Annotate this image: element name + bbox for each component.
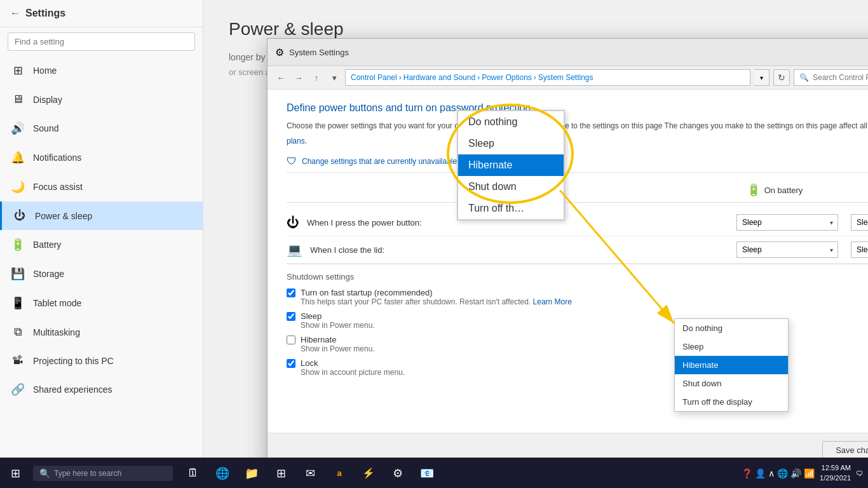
sidebar-item-storage[interactable]: 💾 Storage bbox=[0, 259, 203, 288]
fast-startup-item: Turn on fast startup (recommended) bbox=[287, 288, 868, 297]
sidebar-item-display[interactable]: 🖥 Display bbox=[0, 85, 203, 114]
sidebar-item-home[interactable]: ⊞ Home bbox=[0, 56, 203, 85]
chevron-tray[interactable]: ∧ bbox=[768, 468, 775, 478]
lid-plugged-dropdown[interactable]: Sleep Do nothing Hibernate Shut down Tur… bbox=[851, 241, 868, 258]
sidebar-item-power-sleep[interactable]: ⏻ Power & sleep bbox=[0, 201, 203, 230]
save-changes-button[interactable]: Save changes bbox=[822, 441, 868, 459]
network-icon[interactable]: 🌐 bbox=[777, 468, 788, 478]
settings-search-input[interactable] bbox=[8, 32, 195, 51]
tablet-icon: 📱 bbox=[10, 296, 25, 310]
refresh-button[interactable]: ↻ bbox=[773, 69, 790, 86]
admin-notice: 🛡 Change settings that are currently una… bbox=[287, 151, 868, 173]
dropdown-do-nothing[interactable]: Do nothing bbox=[675, 319, 788, 337]
fast-startup-checkbox[interactable] bbox=[287, 288, 295, 297]
sidebar-item-label: Sound bbox=[33, 123, 58, 133]
plans-link[interactable]: plans. bbox=[287, 137, 307, 146]
user-tray-icon[interactable]: 👤 bbox=[755, 468, 766, 478]
mini-option-hibernate[interactable]: Hibernate bbox=[458, 154, 564, 176]
define-desc: Choose the power settings that you want … bbox=[287, 120, 868, 132]
task-view-button[interactable]: 🗓 bbox=[179, 459, 207, 487]
power-options-link[interactable]: Power Options bbox=[482, 73, 532, 82]
sidebar-item-tablet-mode[interactable]: 📱 Tablet mode bbox=[0, 288, 203, 318]
sidebar-item-shared-experiences[interactable]: 🔗 Shared experiences bbox=[0, 375, 203, 404]
fast-startup-row: Turn on fast startup (recommended) This … bbox=[287, 288, 868, 306]
storage-icon: 💾 bbox=[10, 267, 25, 281]
system-settings-icon: ⚙ bbox=[275, 46, 284, 58]
mini-option-sleep[interactable]: Sleep bbox=[458, 133, 564, 154]
sidebar-item-projecting[interactable]: 📽 Projecting to this PC bbox=[0, 346, 203, 375]
on-battery-select[interactable]: Sleep Do nothing Hibernate Shut down Tur… bbox=[736, 214, 838, 231]
sleep-checkbox[interactable] bbox=[287, 312, 295, 321]
sidebar-item-focus-assist[interactable]: 🌙 Focus assist bbox=[0, 172, 203, 201]
change-settings-link[interactable]: Change settings that are currently unava… bbox=[302, 157, 457, 166]
lid-plugged-select[interactable]: Sleep Do nothing Hibernate Shut down Tur… bbox=[851, 241, 868, 258]
hardware-sound-link[interactable]: Hardware and Sound bbox=[403, 73, 475, 82]
shield-icon: 🛡 bbox=[287, 156, 297, 167]
display-icon: 🖥 bbox=[10, 93, 25, 106]
sidebar-item-battery[interactable]: 🔋 Battery bbox=[0, 230, 203, 259]
taskbar-right: ❓ 👤 ∧ 🌐 🔊 📶 12:59 AM 1/29/2021 🗨 bbox=[742, 463, 868, 483]
taskbar-icons: 🗓 🌐 📁 ⊞ ✉ a ⚡ ⚙ 📧 bbox=[179, 459, 441, 487]
lock-checkbox[interactable] bbox=[287, 359, 295, 368]
file-explorer-button[interactable]: 📁 bbox=[238, 459, 266, 487]
amazon-button[interactable]: a bbox=[325, 459, 353, 487]
lid-on-battery-dropdown[interactable]: Sleep Do nothing Hibernate Shut down Tur… bbox=[736, 241, 838, 258]
dropdown-shut-down[interactable]: Shut down bbox=[675, 374, 788, 393]
address-bar: ← → ↑ ▾ Control Panel › Hardware and Sou… bbox=[268, 66, 868, 90]
battery-col-icon: 🔋 bbox=[747, 183, 761, 197]
back-addr-button[interactable]: ← bbox=[274, 71, 288, 85]
dropdown-sleep[interactable]: Sleep bbox=[675, 337, 788, 356]
start-button[interactable]: ⊞ bbox=[0, 458, 31, 489]
lid-on-battery-select[interactable]: Sleep Do nothing Hibernate Shut down Tur… bbox=[736, 241, 838, 258]
taskbar-time[interactable]: 12:59 AM 1/29/2021 bbox=[820, 463, 851, 483]
taskbar: ⊞ 🔍 🗓 🌐 📁 ⊞ ✉ a ⚡ ⚙ 📧 ❓ 👤 ∧ 🌐 🔊 📶 12:59 … bbox=[0, 458, 868, 488]
dropdown-turn-off-display[interactable]: Turn off the display bbox=[675, 393, 788, 411]
shockwave-button[interactable]: ⚡ bbox=[355, 459, 383, 487]
outlook-button[interactable]: 📧 bbox=[413, 459, 441, 487]
volume-icon[interactable]: 🔊 bbox=[790, 468, 801, 478]
on-battery-dropdown[interactable]: Sleep Do nothing Hibernate Shut down Tur… bbox=[736, 214, 838, 231]
focus-assist-icon: 🌙 bbox=[10, 180, 25, 194]
control-panel-link[interactable]: Control Panel bbox=[351, 73, 397, 82]
notification-center-icon[interactable]: 🗨 bbox=[856, 470, 863, 477]
lock-label: Lock bbox=[301, 358, 318, 368]
forward-addr-button[interactable]: → bbox=[292, 71, 306, 85]
taskbar-search: 🔍 bbox=[33, 466, 173, 481]
search-taskbar-icon: 🔍 bbox=[39, 468, 50, 478]
dialog-title: System Settings bbox=[289, 48, 868, 57]
addr-dropdown-button[interactable]: ▾ bbox=[754, 69, 770, 86]
mini-option-shut-down[interactable]: Shut down bbox=[458, 176, 564, 198]
mini-option-turn-off[interactable]: Turn off th… bbox=[458, 198, 564, 219]
help-tray-icon[interactable]: ❓ bbox=[742, 468, 752, 478]
sidebar-item-sound[interactable]: 🔊 Sound bbox=[0, 114, 203, 143]
recent-locations-button[interactable]: ▾ bbox=[327, 71, 341, 85]
address-path[interactable]: Control Panel › Hardware and Sound › Pow… bbox=[345, 69, 750, 86]
plugged-in-select[interactable]: Sleep Do nothing Hibernate Shut down Tur… bbox=[851, 214, 868, 231]
settings-button[interactable]: ⚙ bbox=[384, 459, 412, 487]
up-addr-button[interactable]: ↑ bbox=[309, 71, 323, 85]
edge-button[interactable]: 🌐 bbox=[208, 459, 236, 487]
systray: ❓ 👤 ∧ 🌐 🔊 📶 bbox=[742, 468, 815, 478]
control-panel-search: 🔍 bbox=[794, 69, 868, 86]
power-button-row: ⏻ When I press the power button: Sleep D… bbox=[287, 209, 868, 236]
system-settings-dialog: ⚙ System Settings ─ □ ✕ ← → ↑ ▾ Control … bbox=[267, 38, 868, 468]
dropdown-hibernate[interactable]: Hibernate bbox=[675, 356, 788, 374]
store-button[interactable]: ⊞ bbox=[267, 459, 295, 487]
power-button-icon: ⏻ bbox=[287, 215, 299, 230]
taskbar-search-input[interactable] bbox=[54, 469, 166, 478]
plugged-in-dropdown[interactable]: Sleep Do nothing Hibernate Shut down Tur… bbox=[851, 214, 868, 231]
mini-option-do-nothing[interactable]: Do nothing bbox=[458, 111, 564, 133]
sidebar-item-label: Multitasking bbox=[33, 327, 80, 337]
search-input[interactable] bbox=[813, 73, 868, 82]
search-icon: 🔍 bbox=[799, 73, 809, 82]
sidebar-item-multitasking[interactable]: ⧉ Multitasking bbox=[0, 318, 203, 346]
sidebar-item-notifications[interactable]: 🔔 Notifications bbox=[0, 143, 203, 172]
sidebar-item-label: Tablet mode bbox=[33, 298, 81, 308]
wifi-icon[interactable]: 📶 bbox=[804, 468, 815, 478]
sleep-label: Sleep bbox=[301, 311, 322, 321]
mail-button[interactable]: ✉ bbox=[296, 459, 324, 487]
battery-icon: 🔋 bbox=[10, 238, 25, 252]
hibernate-checkbox[interactable] bbox=[287, 336, 295, 344]
back-button[interactable]: ← bbox=[10, 8, 20, 19]
learn-more-link[interactable]: Learn More bbox=[533, 297, 572, 306]
